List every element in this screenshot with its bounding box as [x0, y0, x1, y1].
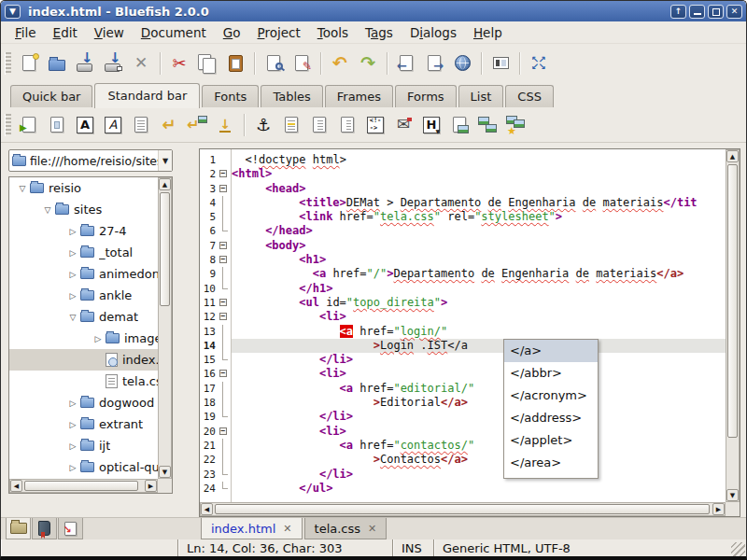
expander-closed-icon[interactable]: ▷ — [65, 399, 80, 408]
file-browser-tab[interactable] — [6, 518, 31, 539]
comment-button[interactable]: <!--> — [361, 111, 389, 139]
fold-margin[interactable]: − — [218, 167, 230, 181]
heading-button[interactable]: H▼ — [417, 111, 445, 139]
tree-horizontal-scrollbar[interactable]: ◀ ▶ — [9, 479, 158, 493]
menu-document[interactable]: Document — [133, 22, 215, 43]
tab-fonts[interactable]: Fonts — [202, 85, 259, 108]
tab-quick-bar[interactable]: Quick bar — [10, 85, 92, 108]
close-document-button[interactable]: ✕ — [127, 49, 155, 77]
expander-closed-icon[interactable]: ▷ — [65, 420, 80, 429]
center-button[interactable] — [277, 111, 305, 139]
combo-dropdown-button[interactable]: ▼ — [158, 150, 172, 171]
scrollbar-thumb[interactable] — [24, 481, 138, 491]
redo-button[interactable]: ↷ — [354, 49, 382, 77]
expander-closed-icon[interactable]: ▷ — [65, 270, 80, 279]
code-line[interactable]: <a href="contactos/" — [232, 439, 726, 453]
tree-item-demat[interactable]: ▽demat — [9, 306, 158, 328]
tab-frames[interactable]: Frames — [325, 85, 393, 108]
code-line[interactable]: </h1> — [232, 282, 726, 296]
expander-open-icon[interactable]: ▽ — [40, 205, 55, 215]
menu-help[interactable]: Help — [465, 22, 511, 43]
toolbar-grip[interactable] — [5, 52, 11, 75]
next-document-button[interactable]: → — [420, 49, 448, 77]
code-line[interactable]: <link href="tela.css" rel="stylesheet"> — [232, 210, 726, 224]
quickstart-button[interactable]: ▶ — [15, 111, 43, 139]
fold-margin[interactable]: − — [218, 296, 230, 310]
expander-closed-icon[interactable]: ▷ — [65, 291, 80, 301]
fold-collapse-icon[interactable]: − — [219, 256, 227, 263]
minimize-button[interactable] — [689, 5, 705, 19]
tree-item-index.html[interactable]: index.html — [9, 349, 158, 371]
tree-item-sites[interactable]: ▽sites — [9, 199, 158, 220]
fold-collapse-icon[interactable]: − — [219, 370, 227, 377]
code-line[interactable]: >Contactos</a> — [232, 453, 726, 467]
tab-forms[interactable]: Forms — [395, 85, 457, 108]
close-button[interactable]: ✕ — [726, 5, 742, 19]
menu-tools[interactable]: Tools — [309, 22, 357, 43]
code-line[interactable]: <li> — [232, 425, 726, 439]
toolbar-grip[interactable] — [5, 114, 11, 136]
code-area[interactable]: <!doctype html><html> <head> <title>DEMa… — [232, 149, 726, 502]
code-line[interactable]: </li> — [232, 468, 726, 482]
code-line[interactable]: </ul> — [232, 482, 726, 496]
tree-item-dogwood[interactable]: ▷dogwood — [9, 392, 158, 413]
expander-closed-icon[interactable]: ▷ — [65, 441, 80, 451]
autocomplete-item[interactable]: </acronym> — [504, 385, 598, 407]
menu-tags[interactable]: Tags — [357, 22, 402, 43]
italic-button[interactable]: A — [99, 111, 127, 139]
expander-closed-icon[interactable]: ▷ — [65, 227, 80, 236]
code-line[interactable]: <!doctype html> — [232, 153, 726, 167]
menu-edit[interactable]: Edit — [45, 22, 86, 43]
scrollbar-thumb[interactable] — [160, 192, 170, 306]
undo-button[interactable]: ↶ — [326, 49, 354, 77]
maximize-button[interactable] — [708, 5, 724, 19]
tree-item-tela.css[interactable]: tela.css — [9, 371, 158, 392]
body-button[interactable] — [43, 111, 71, 139]
code-line[interactable]: <a href="login/" — [232, 325, 726, 339]
document-tab-index.html[interactable]: index.html✕ — [201, 518, 303, 539]
code-line[interactable]: >Login .IST</a — [232, 339, 726, 353]
thumbnail-button[interactable] — [473, 111, 501, 139]
fold-margin[interactable]: − — [218, 310, 230, 324]
non-breaking-space-button[interactable]: ↓ — [211, 111, 239, 139]
expander-open-icon[interactable]: ▽ — [65, 313, 80, 322]
expander-closed-icon[interactable]: ▷ — [65, 248, 80, 258]
fold-collapse-icon[interactable]: − — [219, 313, 227, 320]
autocomplete-item[interactable]: </abbr> — [504, 362, 598, 385]
menu-file[interactable]: File — [7, 22, 45, 43]
break-and-clear-button[interactable]: ↵ — [183, 111, 211, 139]
right-justify-button[interactable] — [333, 111, 361, 139]
menu-view[interactable]: View — [86, 22, 133, 43]
fold-collapse-icon[interactable]: − — [219, 299, 227, 306]
scroll-left-icon[interactable]: ◀ — [201, 503, 213, 515]
fold-collapse-icon[interactable]: − — [219, 170, 227, 177]
bookmarks-tab[interactable] — [32, 518, 57, 539]
fold-margin[interactable]: − — [218, 239, 230, 253]
scroll-down-icon[interactable]: ▼ — [159, 466, 171, 478]
editor-horizontal-scrollbar[interactable]: ◀ ▶ — [200, 502, 726, 516]
scroll-up-icon[interactable]: ▲ — [726, 150, 739, 162]
save-as-button[interactable]: ↓ — [99, 49, 127, 77]
code-line[interactable]: <li> — [232, 367, 726, 381]
code-line[interactable]: <body> — [232, 239, 726, 253]
resize-grip[interactable] — [731, 542, 745, 556]
copy-button[interactable] — [193, 49, 221, 77]
document-tab-tela.css[interactable]: tela.css✕ — [304, 518, 388, 539]
multi-thumbnail-button[interactable]: ★ — [501, 111, 529, 139]
code-line[interactable]: </li> — [232, 353, 726, 367]
image-button[interactable] — [445, 111, 473, 139]
show-panes-button[interactable] — [486, 49, 514, 77]
fold-collapse-icon[interactable]: − — [219, 427, 227, 435]
autocomplete-item[interactable]: </address> — [504, 407, 598, 429]
close-tab-icon[interactable]: ✕ — [368, 523, 376, 535]
tab-tables[interactable]: Tables — [261, 85, 322, 108]
tree-item-27-4[interactable]: ▷27-4 — [9, 220, 158, 242]
tree-item-extrant[interactable]: ▷extrant — [9, 413, 158, 435]
file-location-combo[interactable]: file:///home/reisio/sites ▼ — [8, 149, 173, 172]
fold-margin[interactable]: − — [218, 182, 230, 196]
autocomplete-item[interactable]: </area> — [504, 452, 598, 474]
expander-closed-icon[interactable]: ▷ — [91, 334, 106, 343]
paste-button[interactable] — [221, 49, 249, 77]
scroll-down-icon[interactable]: ▼ — [726, 489, 739, 501]
expander-open-icon[interactable]: ▽ — [15, 184, 30, 193]
